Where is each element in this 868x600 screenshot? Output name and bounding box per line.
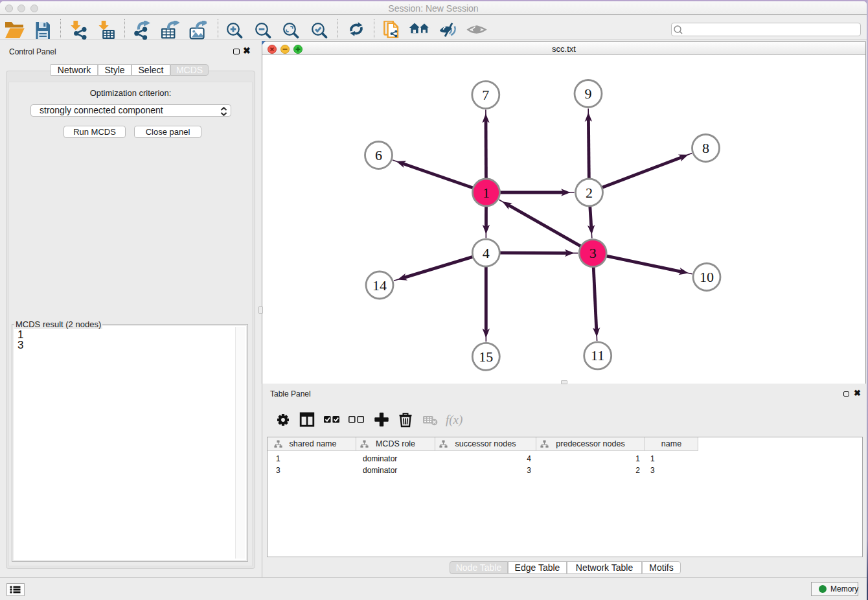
svg-text:14: 14 (372, 277, 387, 294)
svg-text:7: 7 (482, 87, 489, 103)
svg-text:3: 3 (589, 245, 597, 261)
svg-text:1: 1 (483, 185, 490, 201)
svg-text:2: 2 (586, 185, 593, 201)
svg-text:9: 9 (585, 86, 592, 102)
svg-text:6: 6 (375, 147, 382, 163)
svg-text:8: 8 (702, 140, 709, 156)
svg-text:10: 10 (700, 269, 714, 285)
svg-text:11: 11 (591, 347, 604, 363)
svg-text:4: 4 (483, 245, 490, 261)
svg-text:15: 15 (479, 349, 493, 365)
